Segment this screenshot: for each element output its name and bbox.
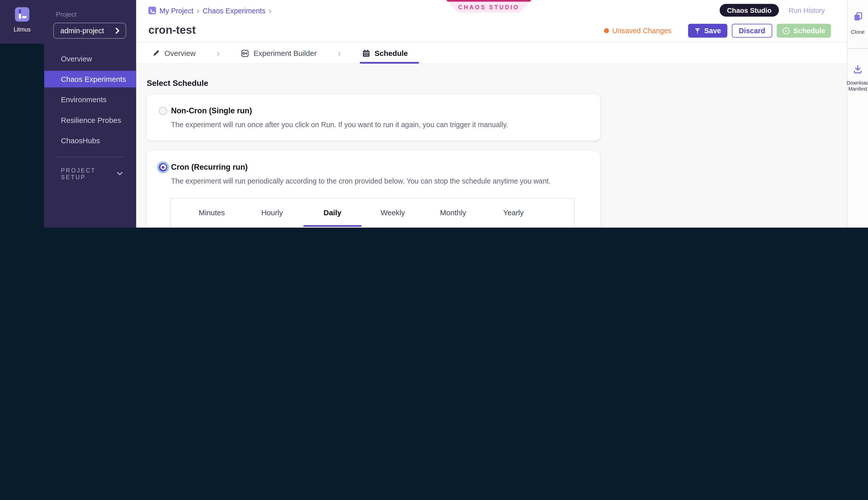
sidebar-divider xyxy=(55,157,125,157)
project-selector-value: admin-project xyxy=(60,26,104,35)
page-header: My Project › Chaos Experiments › CHAOS S… xyxy=(136,0,847,43)
section-title: Select Schedule xyxy=(147,79,847,87)
toggle-run-history[interactable]: Run History xyxy=(789,6,825,14)
cron-option-head: Cron (Recurring run) xyxy=(159,163,588,171)
download-manifest-label: Download Manifest xyxy=(847,80,868,92)
experiment-tabbar: Overview › Experiment Builder › Schedule xyxy=(136,43,847,64)
discard-label: Discard xyxy=(739,26,765,35)
clone-label[interactable]: Clone xyxy=(851,29,865,35)
tab-overview-label: Overview xyxy=(165,49,196,57)
sidebar-item-chaoshubs[interactable]: ChaosHubs xyxy=(44,132,136,149)
unsaved-changes-status: Unsaved Changes xyxy=(604,26,672,35)
non-cron-description: The experiment will run once after you c… xyxy=(171,121,588,129)
tab-separator-icon: › xyxy=(217,48,219,58)
cron-tab-weekly[interactable]: Weekly xyxy=(362,198,423,227)
cron-tab-minutes[interactable]: Minutes xyxy=(182,198,242,227)
tab-schedule[interactable]: Schedule xyxy=(362,43,408,64)
download-label-line2: Manifest xyxy=(847,86,868,92)
litmus-logo-icon xyxy=(15,7,29,22)
cron-tab-yearly[interactable]: Yearly xyxy=(483,198,544,227)
app-window: Litmus A ADMIN Project admin-project Ove… xyxy=(0,0,868,228)
sidebar-item-resilience-probes[interactable]: Resilience Probes xyxy=(44,112,136,128)
sidebar-item-chaos-experiments[interactable]: Chaos Experiments xyxy=(44,71,136,87)
download-icon xyxy=(853,64,863,74)
project-label: Project xyxy=(56,11,136,19)
tab-experiment-builder[interactable]: Experiment Builder xyxy=(241,43,317,64)
breadcrumb-my-project[interactable]: My Project xyxy=(159,6,193,15)
breadcrumb-chaos-experiments[interactable]: Chaos Experiments xyxy=(203,6,266,15)
breadcrumb-separator: › xyxy=(197,6,199,15)
tab-separator-icon: › xyxy=(338,48,341,58)
sidebar-item-environments[interactable]: Environments xyxy=(44,91,136,108)
cron-frequency-tabs: Minutes Hourly Daily Weekly Monthly Year… xyxy=(170,198,574,227)
tab-schedule-label: Schedule xyxy=(374,49,408,57)
page-title: cron-test xyxy=(148,24,196,36)
save-button[interactable]: Save xyxy=(688,24,727,37)
breadcrumb: My Project › Chaos Experiments › xyxy=(148,6,271,15)
cron-description: The experiment will run periodically acc… xyxy=(171,177,588,185)
non-cron-title: Non-Cron (Single run) xyxy=(171,106,252,115)
chaos-studio-badge-label: CHAOS STUDIO xyxy=(458,2,519,10)
breadcrumb-separator: › xyxy=(269,6,271,15)
view-toggle: Chaos Studio Run History xyxy=(720,4,825,16)
project-setup-label: PROJECT SETUP xyxy=(61,167,117,180)
unsaved-dot-icon xyxy=(604,28,609,33)
tab-overview[interactable]: Overview xyxy=(152,43,195,64)
cron-radio[interactable] xyxy=(159,163,167,171)
cron-tab-hourly[interactable]: Hourly xyxy=(242,198,302,227)
main-area: My Project › Chaos Experiments › CHAOS S… xyxy=(136,0,847,228)
breadcrumb-logo-icon xyxy=(148,7,156,14)
tab-experiment-builder-label: Experiment Builder xyxy=(253,49,317,57)
non-cron-option-head: Non-Cron (Single run) xyxy=(159,106,588,115)
header-actions: Unsaved Changes Save Discard Schedule xyxy=(604,24,831,37)
discard-button[interactable]: Discard xyxy=(732,24,772,37)
sidebar-nav: Overview Chaos Experiments Environments … xyxy=(44,50,136,149)
calendar-icon xyxy=(362,49,370,57)
brand-name: Litmus xyxy=(14,26,31,33)
brand-block: Litmus xyxy=(0,0,44,44)
project-setup-toggle[interactable]: PROJECT SETUP xyxy=(61,167,123,180)
sidebar-item-overview[interactable]: Overview xyxy=(44,50,136,67)
cron-title: Cron (Recurring run) xyxy=(171,163,248,171)
clone-icon[interactable] xyxy=(853,12,863,22)
pencil-icon xyxy=(152,49,160,57)
schedule-content: Select Schedule Non-Cron (Single run) Th… xyxy=(136,64,847,228)
project-selector[interactable]: admin-project xyxy=(53,23,126,39)
sidebar: Project admin-project Overview Chaos Exp… xyxy=(44,0,136,228)
schedule-label: Schedule xyxy=(793,26,825,35)
utility-divider xyxy=(847,48,868,48)
non-cron-option-card[interactable]: Non-Cron (Single run) The experiment wil… xyxy=(147,95,600,140)
download-label-line1: Download xyxy=(847,80,868,86)
chevron-down-icon xyxy=(117,171,123,176)
cron-option-card: Cron (Recurring run) The experiment will… xyxy=(147,151,600,228)
left-rail: Litmus A ADMIN xyxy=(0,0,44,228)
chaos-studio-badge: CHAOS STUDIO xyxy=(446,0,531,13)
cron-config-panel: Minutes Hourly Daily Weekly Monthly Year… xyxy=(170,198,575,228)
builder-icon xyxy=(241,49,249,57)
utility-rail: Clone Download Manifest xyxy=(847,0,868,228)
schedule-button-disabled[interactable]: Schedule xyxy=(777,24,831,37)
pin-icon xyxy=(694,27,701,34)
cron-tab-monthly[interactable]: Monthly xyxy=(423,198,483,227)
cron-tab-daily[interactable]: Daily xyxy=(302,198,363,227)
non-cron-radio[interactable] xyxy=(159,106,167,115)
toggle-chaos-studio[interactable]: Chaos Studio xyxy=(720,4,779,16)
play-circle-icon xyxy=(782,27,790,35)
download-manifest[interactable]: Download Manifest xyxy=(847,64,868,92)
unsaved-label: Unsaved Changes xyxy=(612,26,672,35)
save-label: Save xyxy=(704,26,721,35)
chevron-right-icon xyxy=(115,28,120,34)
